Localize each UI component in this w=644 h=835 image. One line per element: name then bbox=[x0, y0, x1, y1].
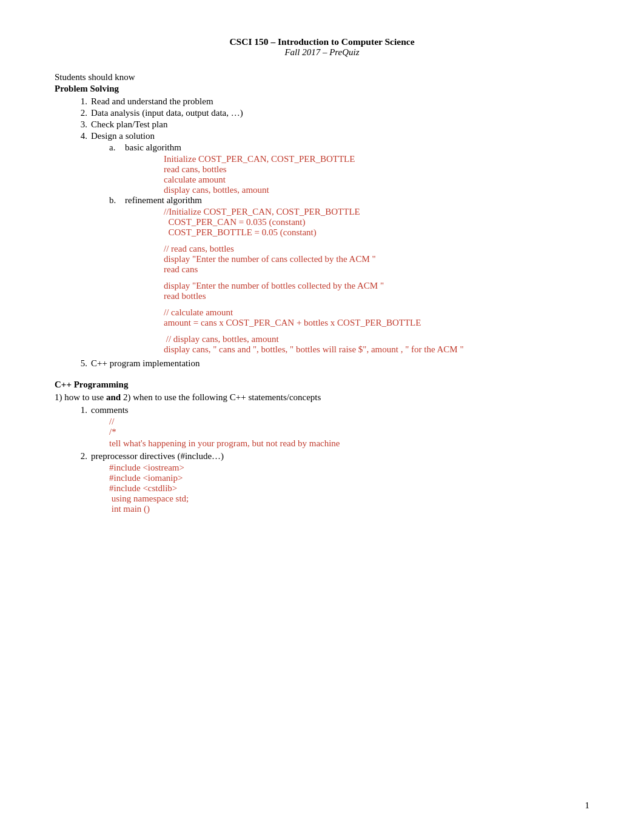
list-item-1-text: Read and understand the problem bbox=[91, 96, 213, 107]
ref-code-bottle: COST_PER_BOTTLE = 0.05 (constant) bbox=[164, 227, 589, 238]
cpp-section: C++ Programming 1) how to use and 2) whe… bbox=[55, 380, 589, 514]
page: CSCI 150 – Introduction to Computer Scie… bbox=[0, 0, 644, 835]
basic-algorithm-code: Initialize COST_PER_CAN, COST_PER_BOTTLE… bbox=[164, 154, 589, 195]
cpp-item-2: 2. preprocessor directives (#include…) bbox=[73, 451, 589, 461]
list-item-5-text: C++ program implementation bbox=[91, 358, 200, 369]
code-line-1: Initialize COST_PER_CAN, COST_PER_BOTTLE bbox=[164, 154, 589, 164]
int-main: int main () bbox=[109, 504, 589, 514]
refinement-algorithm-code: //Initialize COST_PER_CAN, COST_PER_BOTT… bbox=[164, 207, 589, 355]
comment-slash-star: /* bbox=[109, 427, 589, 437]
list-item-5: 5. C++ program implementation bbox=[73, 358, 589, 369]
list-item-3-text: Check plan/Test plan bbox=[91, 119, 167, 130]
code-line-2: read cans, bottles bbox=[164, 164, 589, 175]
ref-display1: display "Enter the number of cans collec… bbox=[164, 254, 589, 264]
cpp-intro-post: 2) when to use the following C++ stateme… bbox=[121, 392, 321, 402]
ref-disp-comment: // display cans, bottles, amount bbox=[164, 334, 589, 344]
cpp-list: 1. comments // /* tell what's happening … bbox=[73, 405, 589, 514]
comment-double-slash: // bbox=[109, 417, 589, 427]
cpp-item-1-text: comments bbox=[91, 405, 129, 415]
preprocessor-code: #include <iostream> #include <iomanip> #… bbox=[109, 463, 589, 514]
header-subtitle: Fall 2017 – PreQuiz bbox=[55, 47, 589, 58]
sub-item-b-text: refinement algorithm bbox=[125, 195, 202, 206]
list-item-4: 4. Design a solution bbox=[73, 131, 589, 141]
using-namespace: using namespace std; bbox=[109, 494, 589, 504]
code-line-4: display cans, bottles, amount bbox=[164, 185, 589, 195]
page-number: 1 bbox=[585, 800, 590, 811]
ref-read-comment: // read cans, bottles bbox=[164, 244, 589, 254]
ref-calc: amount = cans x COST_PER_CAN + bottles x… bbox=[164, 318, 589, 328]
ref-read-cans: read cans bbox=[164, 264, 589, 275]
ref-code-can: COST_PER_CAN = 0.035 (constant) bbox=[164, 217, 589, 227]
include-iomanip: #include <iomanip> bbox=[109, 473, 589, 483]
cpp-intro: 1) how to use and 2) when to use the fol… bbox=[55, 392, 589, 403]
list-item-3: 3. Check plan/Test plan bbox=[73, 119, 589, 130]
cpp-item-2-text: preprocessor directives (#include…) bbox=[91, 451, 224, 461]
intro-text: Students should know bbox=[55, 72, 589, 82]
header: CSCI 150 – Introduction to Computer Scie… bbox=[55, 36, 589, 58]
cpp-item-1: 1. comments bbox=[73, 405, 589, 415]
ref-read-bottles: read bottles bbox=[164, 291, 589, 301]
include-cstdlib: #include <cstdlib> bbox=[109, 483, 589, 494]
ref-code-comment: //Initialize COST_PER_CAN, COST_PER_BOTT… bbox=[164, 207, 589, 217]
ref-disp: display cans, " cans and ", bottles, " b… bbox=[164, 344, 589, 355]
comments-desc: tell what's happening in your program, b… bbox=[109, 438, 589, 449]
ref-calc-comment: // calculate amount bbox=[164, 307, 589, 318]
ref-display2: display "Enter the number of bottles col… bbox=[164, 281, 589, 291]
sub-item-b: b. refinement algorithm bbox=[109, 195, 589, 206]
code-line-3: calculate amount bbox=[164, 175, 589, 185]
comments-desc-text: tell what's happening in your program, b… bbox=[109, 438, 340, 448]
problem-solving-list: 1. Read and understand the problem 2. Da… bbox=[73, 96, 589, 369]
include-iostream: #include <iostream> bbox=[109, 463, 589, 473]
sub-item-a: a. basic algorithm bbox=[109, 143, 589, 153]
cpp-intro-bold: and bbox=[106, 392, 121, 402]
list-item-2: 2. Data analysis (input data, output dat… bbox=[73, 108, 589, 118]
cpp-intro-pre: 1) how to use bbox=[55, 392, 106, 402]
design-sub-list: a. basic algorithm Initialize COST_PER_C… bbox=[109, 143, 589, 355]
sub-item-a-text: basic algorithm bbox=[125, 143, 181, 153]
list-item-2-text: Data analysis (input data, output data, … bbox=[91, 108, 243, 118]
comments-code: // /* bbox=[109, 417, 589, 437]
cpp-section-label: C++ Programming bbox=[55, 380, 589, 390]
list-item-1: 1. Read and understand the problem bbox=[73, 96, 589, 107]
header-title: CSCI 150 – Introduction to Computer Scie… bbox=[55, 36, 589, 47]
problem-solving-label: Problem Solving bbox=[55, 84, 589, 94]
list-item-4-text: Design a solution bbox=[91, 131, 155, 141]
